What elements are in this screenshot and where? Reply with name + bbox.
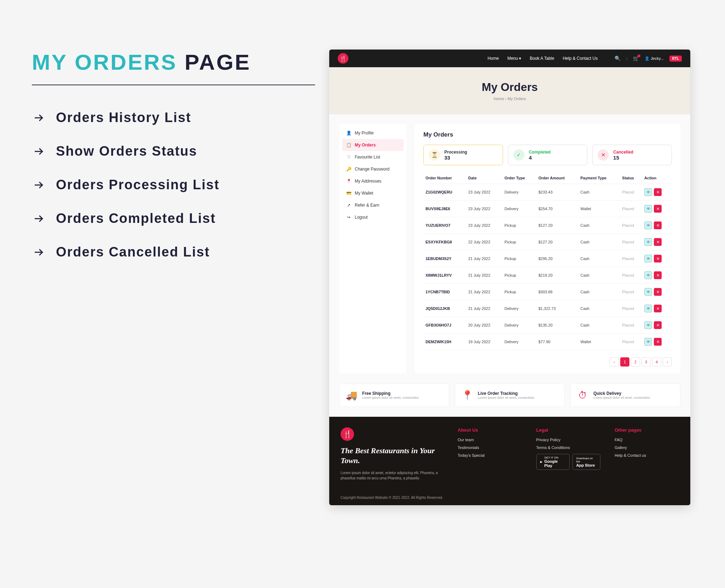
footer-link[interactable]: Gallery: [615, 445, 679, 450]
delete-icon[interactable]: ✕: [654, 271, 662, 279]
delete-icon[interactable]: ✕: [654, 221, 662, 229]
features-row: 🚚Free ShippingLorem ipsum dolor sit amet…: [329, 384, 690, 417]
view-icon[interactable]: 👁: [644, 255, 652, 263]
sidebar-item[interactable]: 💳My Wallet: [342, 187, 404, 199]
delete-icon[interactable]: ✕: [654, 188, 662, 196]
table-header: Date: [466, 172, 502, 184]
sidebar-icon: ↪: [346, 215, 351, 220]
footer-link[interactable]: Our team: [458, 438, 522, 442]
view-icon[interactable]: 👁: [644, 221, 652, 229]
sidebar-label: My Wallet: [355, 191, 373, 196]
view-icon[interactable]: 👁: [644, 271, 652, 279]
logo-icon[interactable]: 🍴: [338, 53, 348, 64]
footer-link[interactable]: FAQ: [615, 438, 679, 442]
sidebar-item[interactable]: 📋My Orders: [342, 139, 404, 151]
status-label: Completed: [529, 150, 551, 155]
feature-list: Orders History ListShow Orders StatusOrd…: [32, 110, 315, 260]
page-button[interactable]: ‹: [610, 357, 619, 367]
sidebar-label: Change Password: [355, 167, 389, 172]
view-icon[interactable]: 👁: [644, 305, 652, 312]
sidebar-item[interactable]: ↗Refer & Earn: [342, 199, 404, 211]
page-button[interactable]: 3: [641, 357, 651, 367]
breadcrumb-home[interactable]: Home: [494, 97, 504, 101]
sidebar-label: My Profile: [355, 131, 373, 136]
delete-icon[interactable]: ✕: [654, 238, 662, 246]
nav-link[interactable]: Help & Contact Us: [563, 56, 598, 61]
status-count: 15: [613, 155, 633, 161]
google-play-badge[interactable]: ▶GET IT ONGoogle Play: [536, 454, 570, 470]
table-row: 1YCNB7TBID21 July 2022Pickup$303.86CashP…: [423, 284, 672, 300]
delete-icon[interactable]: ✕: [654, 288, 662, 296]
status-completed[interactable]: ✓ Completed 4: [508, 145, 588, 165]
arrow-icon: [32, 111, 46, 125]
sidebar-icon: 🔑: [346, 167, 351, 172]
sidebar-item[interactable]: ↪Logout: [342, 211, 404, 223]
rtl-toggle[interactable]: RTL: [669, 56, 682, 62]
status-cancelled[interactable]: ✕ Cancelled 15: [592, 145, 672, 165]
app-store-badge[interactable]: Download on theApp Store: [572, 454, 600, 470]
feature-icon: 📍: [461, 389, 474, 402]
table-row: Z1G02WQERU23 July 2022Delivery$233.43Cas…: [423, 184, 672, 201]
pagination: ‹1234›: [423, 357, 672, 367]
footer-link[interactable]: Terms & Conditions: [536, 445, 601, 450]
sidebar-label: My Addresses: [355, 179, 381, 184]
table-row: JQ5D012JKB21 July 2022Delivery$1,322.73C…: [423, 300, 672, 317]
view-icon[interactable]: 👁: [644, 188, 652, 196]
footer-link[interactable]: Today's Special: [458, 453, 522, 457]
breadcrumb-current: My Orders: [508, 97, 526, 101]
breadcrumb: Home › My Orders: [329, 97, 690, 101]
page-button[interactable]: 4: [652, 357, 661, 367]
cart-icon[interactable]: 🛒: [633, 56, 639, 61]
nav-link[interactable]: Home: [487, 56, 499, 61]
footer-desc: Lorem ipsum dolor sit amet, ectetur adip…: [341, 470, 444, 481]
footer-brand: 🍴 The Best Restaurants in Your Town. Lor…: [341, 427, 444, 481]
sidebar-icon: 👤: [346, 131, 351, 136]
sidebar-item[interactable]: 📍My Addresses: [342, 175, 404, 187]
status-label: Processing: [444, 150, 467, 155]
delete-icon[interactable]: ✕: [654, 321, 662, 329]
table-row: X8MWJ1LRYV21 July 2022Pickup$219.20CashP…: [423, 267, 672, 284]
user-menu[interactable]: 👤 Jecky...: [645, 56, 664, 61]
footer-other: Other pages FAQGalleryHelp & Contact us: [615, 427, 679, 481]
delete-icon[interactable]: ✕: [654, 255, 662, 263]
status-count: 33: [444, 155, 467, 161]
view-icon[interactable]: 👁: [644, 238, 652, 246]
orders-table: Order NumberDateOrder TypeOrder AmountPa…: [423, 172, 672, 350]
feature-card: ⏱Quick DeliveyLorem ipsum dolor sit amet…: [570, 384, 680, 407]
panel-title: My Orders: [423, 131, 672, 138]
feature-item: Orders Completed List: [32, 211, 315, 226]
view-icon[interactable]: 👁: [644, 321, 652, 329]
check-icon: ✓: [513, 149, 525, 161]
view-icon[interactable]: 👁: [644, 338, 652, 346]
account-sidebar: 👤My Profile📋My Orders♡Favourite List🔑Cha…: [339, 124, 406, 374]
search-icon[interactable]: 🔍: [615, 56, 621, 61]
feature-icon: 🚚: [345, 389, 358, 402]
arrow-icon: [32, 144, 46, 158]
footer-link[interactable]: Testimonials: [458, 445, 522, 450]
view-icon[interactable]: 👁: [644, 288, 652, 296]
nav-link[interactable]: Book A Table: [530, 56, 554, 61]
footer-link[interactable]: Privacy Policy: [536, 438, 601, 442]
nav-link[interactable]: Menu ▾: [507, 56, 521, 61]
sidebar-item[interactable]: ♡Favourite List: [342, 151, 404, 163]
page-button[interactable]: ›: [663, 357, 672, 367]
table-row: GFB3O6HO7J20 July 2022Delivery$135.20Cas…: [423, 317, 672, 334]
footer-tagline: The Best Restaurants in Your Town.: [341, 446, 444, 465]
table-row: YUZUERIVO723 July 2022Pickup$127.20CashP…: [423, 217, 672, 234]
sidebar-item[interactable]: 🔑Change Password: [342, 163, 404, 175]
delete-icon[interactable]: ✕: [654, 205, 662, 213]
status-processing[interactable]: ⏳ Processing 33: [423, 145, 503, 165]
delete-icon[interactable]: ✕: [654, 305, 662, 312]
arrow-icon: [32, 245, 46, 259]
feature-item: Show Orders Status: [32, 144, 315, 159]
table-header: Status: [620, 172, 642, 184]
x-icon: ✕: [598, 149, 609, 161]
delete-icon[interactable]: ✕: [654, 338, 662, 346]
table-header: Payment Type: [578, 172, 620, 184]
page-button[interactable]: 1: [620, 357, 629, 367]
sidebar-item[interactable]: 👤My Profile: [342, 127, 404, 139]
footer-link[interactable]: Help & Contact us: [615, 453, 679, 457]
view-icon[interactable]: 👁: [644, 205, 652, 213]
sidebar-label: Favourite List: [355, 155, 380, 160]
page-button[interactable]: 2: [631, 357, 640, 367]
